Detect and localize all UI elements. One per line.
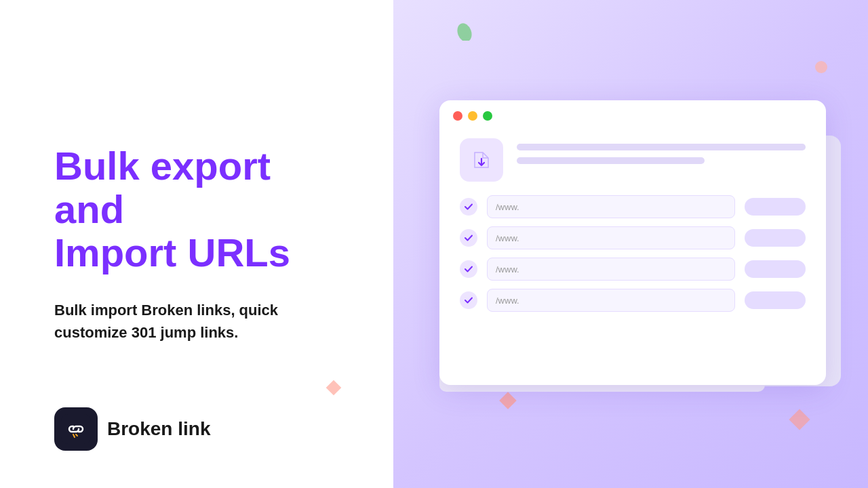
- upload-icon-box: [460, 138, 503, 182]
- logo-text: Broken link: [107, 418, 210, 440]
- url-input-1[interactable]: /www.: [487, 195, 735, 218]
- url-input-text-3: /www.: [496, 264, 519, 274]
- main-title: Bulk export and Import URLs: [54, 144, 339, 274]
- left-panel: Bulk export and Import URLs Bulk import …: [0, 0, 393, 488]
- check-icon-4: [460, 291, 477, 309]
- decorative-diamond-bottom-right: [789, 409, 810, 430]
- check-icon-2: [460, 229, 477, 247]
- url-row-3: /www.: [460, 258, 806, 281]
- decorative-leaf: [454, 20, 475, 41]
- main-window-card: /www. /www.: [439, 100, 826, 385]
- url-rows: /www. /www.: [460, 195, 806, 312]
- right-panel: /www. /www.: [393, 0, 868, 488]
- url-input-text-2: /www.: [496, 233, 519, 243]
- url-row-4: /www.: [460, 289, 806, 312]
- svg-point-3: [455, 21, 474, 41]
- decorative-dot-top-right: [815, 61, 827, 73]
- app-logo-icon: [54, 407, 98, 451]
- window-titlebar: [439, 100, 826, 131]
- window-dot-green: [483, 111, 492, 121]
- line-bar-partial: [517, 157, 705, 164]
- url-action-pill-1: [745, 198, 806, 216]
- url-input-4[interactable]: /www.: [487, 289, 735, 312]
- url-action-pill-4: [745, 291, 806, 309]
- url-row-2: /www.: [460, 226, 806, 249]
- svg-line-1: [76, 434, 77, 436]
- subtitle-text: Bulk import Broken links, quick customiz…: [54, 299, 339, 344]
- window-content: /www. /www.: [439, 131, 826, 325]
- logo-area: Broken link: [54, 407, 210, 451]
- upload-section: [460, 138, 806, 182]
- window-dot-yellow: [468, 111, 477, 121]
- upload-lines: [517, 138, 806, 164]
- url-input-3[interactable]: /www.: [487, 258, 735, 281]
- url-action-pill-2: [745, 229, 806, 247]
- import-icon: [470, 148, 493, 171]
- url-input-2[interactable]: /www.: [487, 226, 735, 249]
- url-input-text-4: /www.: [496, 296, 519, 306]
- url-input-text-1: /www.: [496, 202, 519, 212]
- decorative-diamond: [326, 380, 342, 396]
- check-icon-3: [460, 260, 477, 278]
- url-action-pill-3: [745, 260, 806, 278]
- line-bar-full: [517, 144, 806, 150]
- check-icon-1: [460, 198, 477, 216]
- logo-svg: [61, 414, 91, 444]
- url-row-1: /www.: [460, 195, 806, 218]
- window-dot-red: [453, 111, 462, 121]
- svg-rect-0: [61, 414, 91, 444]
